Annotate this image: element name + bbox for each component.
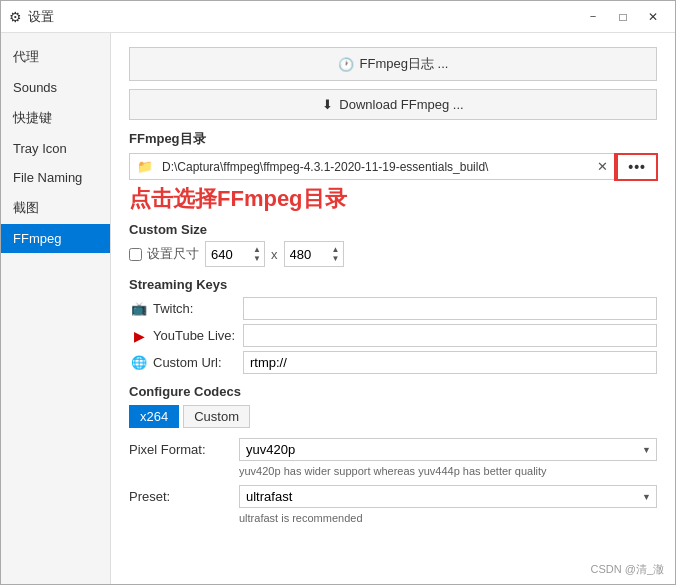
title-area: ⚙ 设置 bbox=[9, 8, 54, 26]
window-content: 代理 Sounds 快捷键 Tray Icon File Naming 截图 F… bbox=[1, 33, 675, 584]
youtube-input[interactable] bbox=[243, 324, 657, 347]
configure-codecs-label: Configure Codecs bbox=[129, 384, 657, 399]
twitch-input[interactable] bbox=[243, 297, 657, 320]
ffmpeg-log-button[interactable]: 🕐 FFmpeg日志 ... bbox=[129, 47, 657, 81]
custom-size-label: Custom Size bbox=[129, 222, 657, 237]
preset-select-wrapper: ultrafast superfast veryfast faster fast… bbox=[239, 485, 657, 508]
sidebar-item-proxy[interactable]: 代理 bbox=[1, 41, 110, 73]
height-spinbox: ▲ ▼ bbox=[284, 241, 344, 267]
streaming-section: 📺 Twitch: ▶ YouTube Live: 🌐 Custom Url: bbox=[129, 297, 657, 374]
youtube-row: ▶ YouTube Live: bbox=[129, 324, 657, 347]
download-icon: ⬇ bbox=[322, 97, 333, 112]
custom-url-row: 🌐 Custom Url: bbox=[129, 351, 657, 374]
sidebar-label-ffmpeg: FFmpeg bbox=[13, 231, 61, 246]
watermark: CSDN @清_澈 bbox=[590, 562, 664, 577]
sidebar-item-sounds[interactable]: Sounds bbox=[1, 73, 110, 102]
twitch-icon: 📺 bbox=[129, 301, 149, 316]
sidebar-label-shortcuts: 快捷键 bbox=[13, 110, 52, 125]
highlight-instruction: 点击选择FFmpeg目录 bbox=[129, 184, 657, 214]
log-btn-row: 🕐 FFmpeg日志 ... bbox=[129, 47, 657, 81]
sidebar-label-tray-icon: Tray Icon bbox=[13, 141, 67, 156]
close-button[interactable]: ✕ bbox=[639, 6, 667, 28]
size-checkbox-label[interactable]: 设置尺寸 bbox=[129, 245, 199, 263]
ffmpeg-dir-label: FFmpeg目录 bbox=[129, 130, 657, 148]
width-up-arrow[interactable]: ▲ bbox=[253, 245, 261, 254]
log-icon: 🕐 bbox=[338, 57, 354, 72]
main-content: 🕐 FFmpeg日志 ... ⬇ Download FFmpeg ... FFm… bbox=[111, 33, 675, 584]
pixel-format-row: Pixel Format: yuv420p yuv444p bbox=[129, 438, 657, 461]
width-input[interactable] bbox=[211, 247, 253, 262]
ffmpeg-dir-row: 📁 ✕ ••• bbox=[129, 153, 657, 180]
preset-label: Preset: bbox=[129, 489, 239, 504]
folder-icon: 📁 bbox=[130, 154, 160, 179]
twitch-row: 📺 Twitch: bbox=[129, 297, 657, 320]
codec-tab-custom[interactable]: Custom bbox=[183, 405, 250, 428]
custom-url-icon: 🌐 bbox=[129, 355, 149, 370]
width-down-arrow[interactable]: ▼ bbox=[253, 254, 261, 263]
youtube-icon: ▶ bbox=[129, 328, 149, 344]
sidebar: 代理 Sounds 快捷键 Tray Icon File Naming 截图 F… bbox=[1, 33, 111, 584]
pixel-format-select-wrapper: yuv420p yuv444p bbox=[239, 438, 657, 461]
custom-url-input[interactable] bbox=[243, 351, 657, 374]
pixel-format-select[interactable]: yuv420p yuv444p bbox=[239, 438, 657, 461]
download-btn-row: ⬇ Download FFmpeg ... bbox=[129, 89, 657, 120]
titlebar: ⚙ 设置 － □ ✕ bbox=[1, 1, 675, 33]
size-checkbox[interactable] bbox=[129, 248, 142, 261]
height-down-arrow[interactable]: ▼ bbox=[332, 254, 340, 263]
height-up-arrow[interactable]: ▲ bbox=[332, 245, 340, 254]
preset-hint: ultrafast is recommended bbox=[239, 512, 657, 524]
sidebar-item-file-naming[interactable]: File Naming bbox=[1, 163, 110, 192]
maximize-button[interactable]: □ bbox=[609, 6, 637, 28]
sidebar-label-file-naming: File Naming bbox=[13, 170, 82, 185]
sidebar-label-proxy: 代理 bbox=[13, 49, 39, 64]
codec-tabs: x264 Custom bbox=[129, 405, 657, 428]
preset-row: Preset: ultrafast superfast veryfast fas… bbox=[129, 485, 657, 508]
sidebar-item-ffmpeg[interactable]: FFmpeg bbox=[1, 224, 110, 253]
window-controls: － □ ✕ bbox=[579, 6, 667, 28]
custom-size-row: 设置尺寸 ▲ ▼ x ▲ ▼ bbox=[129, 241, 657, 267]
window-title: 设置 bbox=[28, 8, 54, 26]
width-spinbox: ▲ ▼ bbox=[205, 241, 265, 267]
sidebar-label-sounds: Sounds bbox=[13, 80, 57, 95]
settings-window: ⚙ 设置 － □ ✕ 代理 Sounds 快捷键 Tray Icon Fil bbox=[0, 0, 676, 585]
width-spinbox-arrows[interactable]: ▲ ▼ bbox=[253, 245, 261, 263]
custom-url-label: Custom Url: bbox=[153, 355, 243, 370]
sidebar-item-shortcuts[interactable]: 快捷键 bbox=[1, 102, 110, 134]
pixel-format-hint: yuv420p has wider support whereas yuv444… bbox=[239, 465, 657, 477]
minimize-button[interactable]: － bbox=[579, 6, 607, 28]
sidebar-item-tray-icon[interactable]: Tray Icon bbox=[1, 134, 110, 163]
sidebar-label-screenshot: 截图 bbox=[13, 200, 39, 215]
preset-select[interactable]: ultrafast superfast veryfast faster fast… bbox=[239, 485, 657, 508]
log-button-label: FFmpeg日志 ... bbox=[360, 55, 449, 73]
ffmpeg-dir-input[interactable] bbox=[160, 156, 589, 178]
youtube-label: YouTube Live: bbox=[153, 328, 243, 343]
ffmpeg-dir-browse-button[interactable]: ••• bbox=[616, 155, 656, 179]
size-separator: x bbox=[271, 247, 278, 262]
ffmpeg-dir-clear-button[interactable]: ✕ bbox=[589, 155, 616, 178]
twitch-label: Twitch: bbox=[153, 301, 243, 316]
sidebar-item-screenshot[interactable]: 截图 bbox=[1, 192, 110, 224]
pixel-format-label: Pixel Format: bbox=[129, 442, 239, 457]
download-ffmpeg-button[interactable]: ⬇ Download FFmpeg ... bbox=[129, 89, 657, 120]
streaming-keys-label: Streaming Keys bbox=[129, 277, 657, 292]
height-spinbox-arrows[interactable]: ▲ ▼ bbox=[332, 245, 340, 263]
codec-tab-x264[interactable]: x264 bbox=[129, 405, 179, 428]
download-button-label: Download FFmpeg ... bbox=[339, 97, 463, 112]
size-checkbox-text: 设置尺寸 bbox=[147, 245, 199, 263]
settings-gear-icon: ⚙ bbox=[9, 9, 22, 25]
height-input[interactable] bbox=[290, 247, 332, 262]
